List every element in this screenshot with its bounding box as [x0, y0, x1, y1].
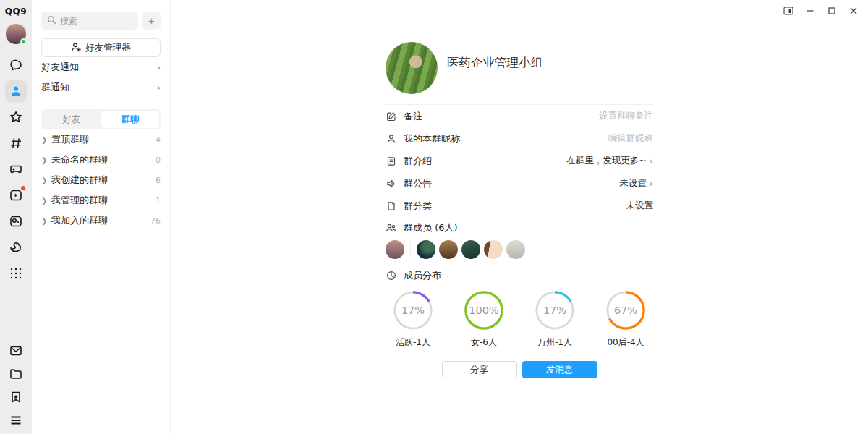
group-category-label: 我加入的群聊 [51, 214, 108, 227]
star-icon[interactable] [5, 106, 27, 128]
expand-chevron-icon: ❯ [41, 136, 51, 144]
hash-icon[interactable] [5, 132, 27, 154]
donut-region[interactable]: 17% 万州-1人 [527, 289, 582, 349]
member-avatar[interactable] [439, 240, 458, 259]
speaker-icon [386, 179, 396, 189]
contacts-tabs: 好友 群聊 [41, 109, 161, 129]
panel-icon[interactable] [780, 3, 797, 19]
members-icon [386, 223, 396, 233]
field-label: 备注 [404, 110, 422, 123]
field-intro[interactable]: 群介绍 在群里，发现更多~ › [386, 150, 653, 172]
distribution-section-header: 成员分布 [386, 265, 653, 286]
bookmark-star-icon[interactable] [5, 386, 27, 408]
tab-friends[interactable]: 好友 [43, 111, 101, 128]
field-remark[interactable]: 备注 设置群聊备注 [386, 105, 653, 127]
expand-chevron-icon: ❯ [41, 176, 51, 184]
maximize-icon[interactable] [823, 3, 841, 19]
app-rail: QQ9 [0, 0, 32, 434]
group-notice-label: 群通知 [41, 81, 69, 94]
pie-chart-icon [386, 271, 396, 281]
member-avatar[interactable] [484, 240, 503, 259]
group-category-created[interactable]: ❯ 我创建的群聊 6 [41, 170, 161, 190]
chevron-right-icon: › [650, 156, 653, 166]
expand-chevron-icon: ❯ [41, 217, 51, 225]
donut-active[interactable]: 17% 活跃-1人 [386, 289, 441, 349]
field-value: 未设置 [619, 177, 647, 190]
friend-notice-label: 好友通知 [41, 61, 79, 74]
friend-manager-label: 好友管理器 [85, 42, 131, 54]
chevron-right-icon: › [650, 178, 653, 189]
group-name: 医药企业管理小组 [447, 55, 542, 71]
contacts-panel: + 好友管理器 好友通知 › 群通知 › 好友 群聊 ❯ 置顶群聊 4 ❯ 未命… [32, 0, 171, 434]
search-input[interactable] [60, 16, 132, 26]
group-category-label: 我管理的群聊 [51, 194, 108, 207]
group-category-count: 76 [150, 216, 161, 226]
chevron-right-icon: › [156, 82, 161, 93]
notification-badge [20, 185, 26, 191]
add-button[interactable]: + [142, 12, 161, 30]
chat-bubble-icon[interactable] [5, 54, 27, 76]
friend-manager-button[interactable]: 好友管理器 [41, 38, 161, 57]
search-box[interactable] [41, 12, 138, 30]
group-category-count: 1 [156, 196, 161, 205]
share-button[interactable]: 分享 [442, 361, 517, 378]
group-notice-row[interactable]: 群通知 › [41, 77, 161, 98]
member-avatar[interactable] [506, 240, 525, 259]
friend-manager-icon [71, 42, 81, 54]
expand-chevron-icon: ❯ [41, 156, 51, 164]
tab-groups[interactable]: 群聊 [101, 111, 160, 128]
group-category-joined[interactable]: ❯ 我加入的群聊 76 [41, 210, 161, 231]
group-category-count: 4 [156, 135, 161, 145]
close-icon[interactable] [845, 3, 862, 19]
apps-grid-icon[interactable] [5, 263, 27, 284]
expand-chevron-icon: ❯ [41, 197, 51, 205]
donut-age[interactable]: 67% 00后-4人 [598, 289, 653, 349]
group-category-managed[interactable]: ❯ 我管理的群聊 1 [41, 190, 161, 210]
donut-label: 活跃-1人 [396, 336, 430, 349]
goose-icon[interactable] [5, 237, 27, 258]
group-avatar[interactable] [386, 42, 438, 94]
folder-icon[interactable] [5, 363, 27, 385]
friend-notice-row[interactable]: 好友通知 › [41, 57, 161, 77]
field-label: 我的本群昵称 [404, 132, 460, 145]
field-label: 群公告 [404, 177, 432, 190]
document-icon [386, 156, 396, 166]
member-distribution-charts: 17% 活跃-1人 100% 女-6人 [386, 289, 653, 349]
field-value: 未设置 [626, 200, 654, 212]
member-avatar-row [386, 240, 653, 259]
edit-icon [386, 111, 396, 122]
field-label: 群分类 [404, 200, 432, 213]
group-category-label: 我创建的群聊 [51, 174, 108, 187]
group-category-label: 置顶群聊 [51, 133, 89, 146]
donut-label: 00后-4人 [607, 336, 644, 349]
mail-icon[interactable] [5, 340, 27, 362]
field-announcement[interactable]: 群公告 未设置 › [386, 172, 653, 195]
send-message-button[interactable]: 发消息 [522, 361, 597, 378]
members-section-header: 群成员 (6人) [386, 217, 653, 239]
group-category-unnamed[interactable]: ❯ 未命名的群聊 0 [41, 150, 161, 170]
member-avatar[interactable] [461, 240, 480, 259]
group-category-pinned[interactable]: ❯ 置顶群聊 4 [41, 129, 161, 150]
peek-box-icon[interactable] [5, 210, 27, 232]
menu-icon[interactable] [5, 409, 27, 431]
owner-separator [410, 242, 411, 258]
person-icon [386, 134, 396, 144]
donut-percent: 100% [463, 289, 505, 331]
field-nickname[interactable]: 我的本群昵称 编辑群昵称 [386, 127, 653, 150]
donut-percent: 17% [534, 289, 576, 331]
online-status-dot [20, 38, 27, 45]
minimize-icon[interactable] [801, 3, 819, 19]
user-avatar[interactable] [6, 24, 26, 44]
game-icon[interactable] [5, 158, 27, 180]
donut-female[interactable]: 100% 女-6人 [456, 289, 511, 349]
member-avatar[interactable] [417, 240, 435, 259]
field-category[interactable]: 群分类 未设置 [386, 195, 653, 217]
group-profile-pane: 医药企业管理小组 备注 设置群聊备注 我的本群昵称 编辑群昵称 群介绍 在群里，… [171, 0, 868, 434]
window-controls [780, 3, 862, 19]
contacts-icon[interactable] [5, 80, 27, 102]
member-avatar[interactable] [386, 240, 404, 259]
field-value: 设置群聊备注 [599, 110, 653, 122]
group-category-count: 0 [156, 156, 161, 165]
video-icon[interactable] [5, 184, 27, 206]
members-label: 群成员 (6人) [404, 221, 458, 234]
